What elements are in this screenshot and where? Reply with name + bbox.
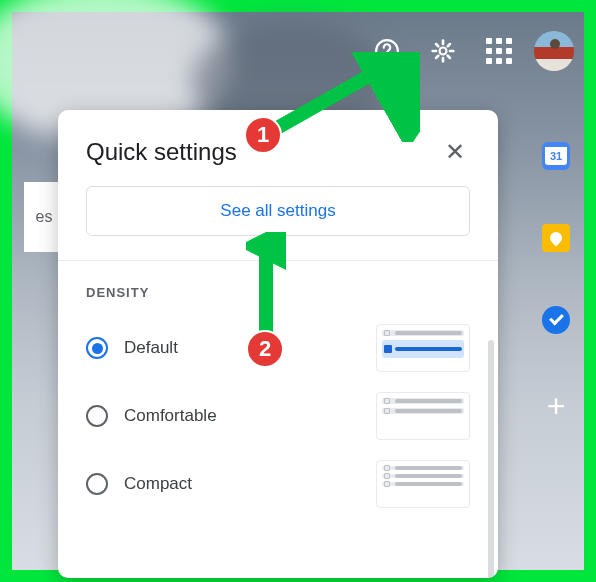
density-label-compact[interactable]: Compact [124,474,360,494]
addons-plus-icon[interactable]: + [542,388,570,425]
annotation-badge-2: 2 [246,330,284,368]
annotation-badge-1: 1 [244,116,282,154]
gear-icon[interactable] [422,30,464,72]
tasks-icon[interactable] [542,306,570,334]
density-label-default[interactable]: Default [124,338,360,358]
calendar-icon[interactable]: 31 [542,142,570,170]
panel-title: Quick settings [86,138,237,166]
density-radio-comfortable[interactable] [86,405,108,427]
density-preview-compact [376,460,470,508]
annotation-arrow-1 [260,52,420,142]
keep-icon[interactable] [542,224,570,252]
scrollbar[interactable] [488,340,494,578]
side-rail: 31 + [542,142,570,425]
close-icon[interactable]: ✕ [440,138,470,166]
apps-grid-icon[interactable] [478,30,520,72]
density-preview-default [376,324,470,372]
see-all-settings-button[interactable]: See all settings [86,186,470,236]
avatar[interactable] [534,31,574,71]
density-radio-compact[interactable] [86,473,108,495]
density-radio-default[interactable] [86,337,108,359]
density-label-comfortable[interactable]: Comfortable [124,406,360,426]
density-preview-comfortable [376,392,470,440]
svg-line-3 [270,64,390,132]
svg-point-2 [440,48,447,55]
